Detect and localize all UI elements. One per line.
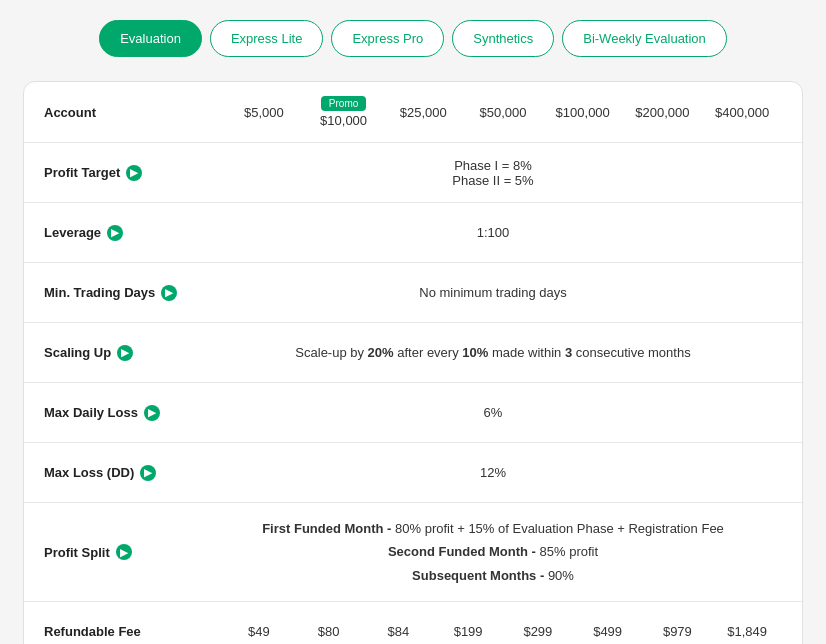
tab-synthetics[interactable]: Synthetics: [452, 20, 554, 57]
refundable-fee-label: Refundable Fee: [44, 624, 204, 639]
profit-split-info-icon[interactable]: ▶: [116, 544, 132, 560]
min-trading-days-value: No minimum trading days: [204, 285, 782, 300]
refundable-fee-values: $49 $80 $84 $199 $299 $499 $979 $1,849: [204, 624, 782, 639]
profit-target-value: Phase I = 8% Phase II = 5%: [204, 158, 782, 188]
max-loss-label: Max Loss (DD) ▶: [44, 465, 204, 481]
max-daily-loss-info-icon[interactable]: ▶: [144, 405, 160, 421]
account-cell-3: $25,000: [383, 105, 463, 120]
account-cell-6: $200,000: [623, 105, 703, 120]
fee-cell-5: $299: [503, 624, 573, 639]
fee-cell-1: $49: [224, 624, 294, 639]
max-loss-info-icon[interactable]: ▶: [140, 465, 156, 481]
fee-cell-4: $199: [433, 624, 503, 639]
tab-express-pro[interactable]: Express Pro: [331, 20, 444, 57]
fee-cell-6: $499: [573, 624, 643, 639]
scaling-up-row: Scaling Up ▶ Scale-up by 20% after every…: [24, 323, 802, 383]
profit-split-label: Profit Split ▶: [44, 544, 204, 560]
profit-split-line1: First Funded Month - 80% profit + 15% of…: [204, 517, 782, 540]
leverage-value: 1:100: [204, 225, 782, 240]
leverage-info-icon[interactable]: ▶: [107, 225, 123, 241]
refundable-fee-row: Refundable Fee $49 $80 $84 $199 $299 $49…: [24, 602, 802, 644]
account-cell-7: $400,000: [702, 105, 782, 120]
min-trading-days-row: Min. Trading Days ▶ No minimum trading d…: [24, 263, 802, 323]
account-cell-5: $100,000: [543, 105, 623, 120]
fee-cell-7: $979: [643, 624, 713, 639]
account-values: $5,000 Promo $10,000 $25,000 $50,000 $10…: [204, 96, 782, 128]
fee-cell-8: $1,849: [712, 624, 782, 639]
account-label: Account: [44, 105, 204, 120]
profit-split-line3: Subsequent Months - 90%: [204, 564, 782, 587]
tab-bar: Evaluation Express Lite Express Pro Synt…: [23, 20, 803, 57]
main-container: Evaluation Express Lite Express Pro Synt…: [23, 20, 803, 644]
max-daily-loss-value: 6%: [204, 405, 782, 420]
max-daily-loss-row: Max Daily Loss ▶ 6%: [24, 383, 802, 443]
account-row: Account $5,000 Promo $10,000 $25,000 $50…: [24, 82, 802, 143]
tab-express-lite[interactable]: Express Lite: [210, 20, 324, 57]
tab-bi-weekly[interactable]: Bi-Weekly Evaluation: [562, 20, 727, 57]
account-cell-promo: Promo $10,000: [304, 96, 384, 128]
account-cell-1: $5,000: [224, 105, 304, 120]
max-daily-loss-label: Max Daily Loss ▶: [44, 405, 204, 421]
max-loss-row: Max Loss (DD) ▶ 12%: [24, 443, 802, 503]
scaling-up-info-icon[interactable]: ▶: [117, 345, 133, 361]
min-trading-days-label: Min. Trading Days ▶: [44, 285, 204, 301]
profit-target-label: Profit Target ▶: [44, 165, 204, 181]
comparison-card: Account $5,000 Promo $10,000 $25,000 $50…: [23, 81, 803, 644]
min-trading-days-info-icon[interactable]: ▶: [161, 285, 177, 301]
profit-target-row: Profit Target ▶ Phase I = 8% Phase II = …: [24, 143, 802, 203]
scaling-up-value: Scale-up by 20% after every 10% made wit…: [204, 345, 782, 360]
profit-split-value: First Funded Month - 80% profit + 15% of…: [204, 517, 782, 587]
leverage-label: Leverage ▶: [44, 225, 204, 241]
max-loss-value: 12%: [204, 465, 782, 480]
scaling-up-label: Scaling Up ▶: [44, 345, 204, 361]
fee-cell-2: $80: [294, 624, 364, 639]
profit-target-info-icon[interactable]: ▶: [126, 165, 142, 181]
promo-badge: Promo: [321, 96, 366, 111]
fee-cell-3: $84: [364, 624, 434, 639]
profit-split-row: Profit Split ▶ First Funded Month - 80% …: [24, 503, 802, 602]
tab-evaluation[interactable]: Evaluation: [99, 20, 202, 57]
account-cell-4: $50,000: [463, 105, 543, 120]
leverage-row: Leverage ▶ 1:100: [24, 203, 802, 263]
profit-split-line2: Second Funded Month - 85% profit: [204, 540, 782, 563]
